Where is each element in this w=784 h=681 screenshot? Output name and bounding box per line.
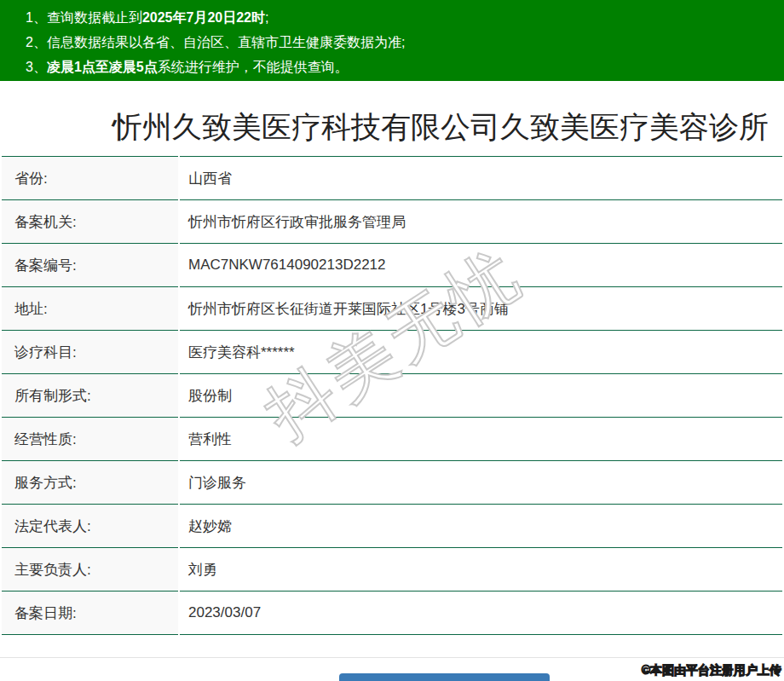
record-info-table-body: 省份:山西省备案机关:忻州市忻府区行政审批服务管理局备案编号:MAC7NKW76…	[2, 156, 782, 635]
row-value: 2023/03/07	[180, 591, 782, 635]
table-row: 所有制形式:股份制	[2, 373, 782, 417]
notice-number: 1、	[26, 10, 47, 25]
row-label: 诊疗科目:	[2, 330, 178, 373]
notice-text-bold: 2025年7月20日22时	[142, 10, 265, 25]
row-label: 备案日期:	[2, 591, 178, 635]
row-label: 所有制形式:	[2, 373, 178, 417]
notice-number: 2、	[26, 35, 47, 49]
row-label: 服务方式:	[2, 460, 178, 504]
row-value: 忻州市忻府区行政审批服务管理局	[180, 199, 782, 243]
table-row: 服务方式:门诊服务	[2, 460, 782, 504]
page-title: 忻州久致美医疗科技有限公司久致美医疗美容诊所	[0, 109, 784, 145]
notice-text: 系统进行维护，不能提供查询。	[158, 60, 349, 74]
table-row: 主要负责人:刘勇	[2, 547, 782, 591]
row-label: 经营性质:	[2, 417, 178, 460]
table-row: 省份:山西省	[2, 156, 782, 199]
notice-text-bold: 凌晨1点至凌晨5点	[47, 60, 158, 74]
notice-text: 信息数据结果以各省、自治区、直辖市卫生健康委数据为准;	[47, 35, 405, 49]
row-label: 省份:	[2, 156, 178, 199]
row-value: 股份制	[180, 373, 782, 417]
row-label: 地址:	[2, 286, 178, 330]
notice-line-3: 3、凌晨1点至凌晨5点系统进行维护，不能提供查询。	[26, 55, 775, 79]
row-value: 忻州市忻府区长征街道开莱国际社区1号楼3号商铺	[180, 286, 782, 330]
table-row: 法定代表人:赵妙嫦	[2, 504, 782, 547]
table-row: 备案日期:2023/03/07	[2, 591, 782, 635]
record-page: 1、查询数据截止到2025年7月20日22时; 2、信息数据结果以各省、自治区、…	[0, 0, 784, 681]
row-label: 主要负责人:	[2, 547, 178, 591]
row-value: 刘勇	[180, 547, 782, 591]
footer-divider	[0, 657, 784, 658]
row-label: 备案编号:	[2, 243, 178, 286]
close-window-button[interactable]: 〖关闭窗口〗	[339, 673, 550, 681]
notice-number: 3、	[26, 60, 47, 74]
notice-text: ;	[265, 10, 268, 25]
copyright-note: ©本图由平台注册用户上传	[642, 663, 781, 678]
row-label: 备案机关:	[2, 199, 178, 243]
table-row: 备案编号:MAC7NKW7614090213D2212	[2, 243, 782, 286]
row-value: 山西省	[180, 156, 782, 199]
table-row: 备案机关:忻州市忻府区行政审批服务管理局	[2, 199, 782, 243]
row-value: 赵妙嫦	[180, 504, 782, 547]
row-value: 医疗美容科******	[180, 330, 782, 373]
table-row: 地址:忻州市忻府区长征街道开莱国际社区1号楼3号商铺	[2, 286, 782, 330]
notice-line-1: 1、查询数据截止到2025年7月20日22时;	[26, 5, 775, 30]
row-value: 营利性	[180, 417, 782, 460]
notice-bar: 1、查询数据截止到2025年7月20日22时; 2、信息数据结果以各省、自治区、…	[0, 0, 784, 81]
row-value: MAC7NKW7614090213D2212	[180, 243, 782, 286]
row-value: 门诊服务	[180, 460, 782, 504]
table-row: 经营性质:营利性	[2, 417, 782, 460]
table-row: 诊疗科目:医疗美容科******	[2, 330, 782, 373]
row-label: 法定代表人:	[2, 504, 178, 547]
notice-text: 查询数据截止到	[47, 10, 142, 25]
notice-line-2: 2、信息数据结果以各省、自治区、直辖市卫生健康委数据为准;	[26, 30, 775, 55]
record-info-table: 省份:山西省备案机关:忻州市忻府区行政审批服务管理局备案编号:MAC7NKW76…	[0, 156, 784, 635]
